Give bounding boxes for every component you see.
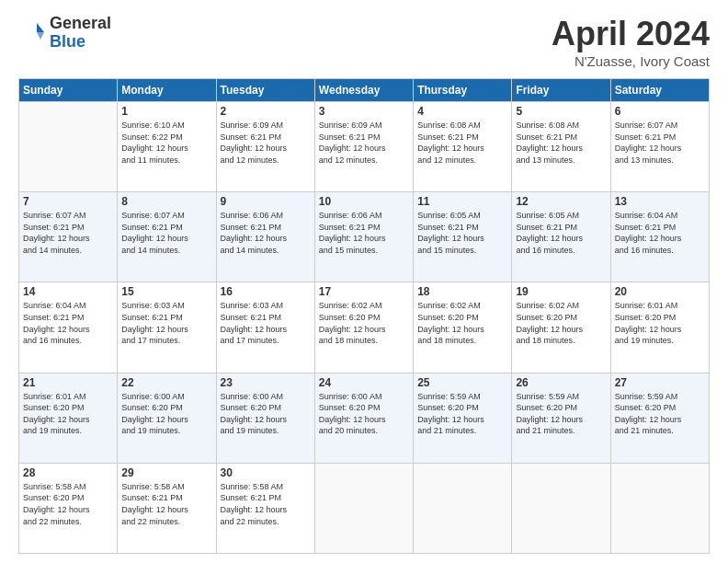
day-number: 8: [121, 195, 211, 208]
header: General Blue April 2024 N'Zuasse, Ivory …: [18, 15, 710, 69]
calendar-cell: [414, 463, 512, 553]
logo-general-text: General: [50, 15, 111, 33]
svg-marker-1: [37, 32, 44, 40]
weekday-header-thursday: Thursday: [414, 79, 512, 102]
day-info: Sunrise: 6:04 AM Sunset: 6:21 PM Dayligh…: [23, 300, 113, 346]
logo: General Blue: [18, 15, 111, 52]
location: N'Zuasse, Ivory Coast: [552, 53, 710, 69]
calendar-table: SundayMondayTuesdayWednesdayThursdayFrid…: [18, 78, 710, 554]
day-info: Sunrise: 5:58 AM Sunset: 6:21 PM Dayligh…: [121, 481, 211, 527]
day-info: Sunrise: 6:05 AM Sunset: 6:21 PM Dayligh…: [417, 210, 507, 256]
calendar-cell: 3Sunrise: 6:09 AM Sunset: 6:21 PM Daylig…: [314, 102, 413, 192]
calendar-cell: 14Sunrise: 6:04 AM Sunset: 6:21 PM Dayli…: [19, 282, 118, 373]
day-info: Sunrise: 6:07 AM Sunset: 6:21 PM Dayligh…: [615, 120, 705, 166]
day-number: 6: [615, 105, 705, 118]
weekday-header-wednesday: Wednesday: [314, 79, 413, 102]
calendar-cell: 13Sunrise: 6:04 AM Sunset: 6:21 PM Dayli…: [610, 192, 709, 282]
day-number: 15: [121, 285, 211, 298]
day-number: 20: [615, 285, 705, 298]
day-number: 27: [615, 376, 705, 389]
day-number: 5: [516, 105, 606, 118]
logo-icon: [18, 19, 46, 47]
calendar-cell: 18Sunrise: 6:02 AM Sunset: 6:20 PM Dayli…: [414, 282, 512, 373]
calendar-week-2: 7Sunrise: 6:07 AM Sunset: 6:21 PM Daylig…: [19, 192, 710, 282]
calendar-cell: 4Sunrise: 6:08 AM Sunset: 6:21 PM Daylig…: [414, 102, 512, 192]
day-number: 13: [615, 195, 705, 208]
calendar-cell: 1Sunrise: 6:10 AM Sunset: 6:22 PM Daylig…: [118, 102, 216, 192]
calendar-cell: 5Sunrise: 6:08 AM Sunset: 6:21 PM Daylig…: [512, 102, 610, 192]
day-info: Sunrise: 6:01 AM Sunset: 6:20 PM Dayligh…: [615, 300, 705, 346]
day-info: Sunrise: 5:59 AM Sunset: 6:20 PM Dayligh…: [417, 391, 507, 437]
calendar-cell: [512, 463, 610, 553]
day-number: 1: [121, 105, 211, 118]
calendar-cell: 17Sunrise: 6:02 AM Sunset: 6:20 PM Dayli…: [314, 282, 413, 373]
day-info: Sunrise: 6:08 AM Sunset: 6:21 PM Dayligh…: [516, 120, 606, 166]
title-block: April 2024 N'Zuasse, Ivory Coast: [552, 15, 710, 69]
day-number: 7: [23, 195, 113, 208]
weekday-header-saturday: Saturday: [610, 79, 709, 102]
calendar-cell: 19Sunrise: 6:02 AM Sunset: 6:20 PM Dayli…: [512, 282, 610, 373]
day-info: Sunrise: 6:00 AM Sunset: 6:20 PM Dayligh…: [319, 391, 409, 437]
day-info: Sunrise: 6:00 AM Sunset: 6:20 PM Dayligh…: [221, 391, 311, 437]
calendar-cell: 11Sunrise: 6:05 AM Sunset: 6:21 PM Dayli…: [414, 192, 512, 282]
calendar-week-1: 1Sunrise: 6:10 AM Sunset: 6:22 PM Daylig…: [19, 102, 710, 192]
weekday-header-sunday: Sunday: [19, 79, 118, 102]
calendar-cell: [314, 463, 413, 553]
calendar-cell: 20Sunrise: 6:01 AM Sunset: 6:20 PM Dayli…: [610, 282, 709, 373]
weekday-header-monday: Monday: [118, 79, 216, 102]
day-number: 12: [516, 195, 606, 208]
calendar-cell: 27Sunrise: 5:59 AM Sunset: 6:20 PM Dayli…: [610, 373, 709, 463]
day-number: 19: [516, 285, 606, 298]
day-info: Sunrise: 6:03 AM Sunset: 6:21 PM Dayligh…: [221, 300, 311, 346]
day-number: 2: [221, 105, 311, 118]
day-info: Sunrise: 6:04 AM Sunset: 6:21 PM Dayligh…: [615, 210, 705, 256]
day-number: 16: [221, 285, 311, 298]
day-info: Sunrise: 6:09 AM Sunset: 6:21 PM Dayligh…: [221, 120, 311, 166]
day-info: Sunrise: 5:59 AM Sunset: 6:20 PM Dayligh…: [615, 391, 705, 437]
day-info: Sunrise: 6:08 AM Sunset: 6:21 PM Dayligh…: [417, 120, 507, 166]
day-info: Sunrise: 5:58 AM Sunset: 6:21 PM Dayligh…: [221, 481, 311, 527]
logo-blue-text: Blue: [50, 33, 111, 52]
calendar-cell: 12Sunrise: 6:05 AM Sunset: 6:21 PM Dayli…: [512, 192, 610, 282]
svg-marker-0: [37, 23, 44, 32]
weekday-header-row: SundayMondayTuesdayWednesdayThursdayFrid…: [19, 79, 710, 102]
day-info: Sunrise: 6:03 AM Sunset: 6:21 PM Dayligh…: [121, 300, 211, 346]
day-number: 28: [23, 466, 113, 479]
calendar-cell: 16Sunrise: 6:03 AM Sunset: 6:21 PM Dayli…: [216, 282, 314, 373]
weekday-header-tuesday: Tuesday: [216, 79, 314, 102]
calendar-cell: [19, 102, 118, 192]
calendar-cell: [610, 463, 709, 553]
day-number: 3: [319, 105, 409, 118]
calendar-cell: 10Sunrise: 6:06 AM Sunset: 6:21 PM Dayli…: [314, 192, 413, 282]
day-info: Sunrise: 6:09 AM Sunset: 6:21 PM Dayligh…: [319, 120, 409, 166]
day-number: 21: [23, 376, 113, 389]
day-info: Sunrise: 6:01 AM Sunset: 6:20 PM Dayligh…: [23, 391, 113, 437]
logo-text: General Blue: [50, 15, 111, 52]
calendar-cell: 24Sunrise: 6:00 AM Sunset: 6:20 PM Dayli…: [314, 373, 413, 463]
day-info: Sunrise: 6:00 AM Sunset: 6:20 PM Dayligh…: [121, 391, 211, 437]
calendar-cell: 9Sunrise: 6:06 AM Sunset: 6:21 PM Daylig…: [216, 192, 314, 282]
day-info: Sunrise: 6:06 AM Sunset: 6:21 PM Dayligh…: [221, 210, 311, 256]
calendar-cell: 6Sunrise: 6:07 AM Sunset: 6:21 PM Daylig…: [610, 102, 709, 192]
day-number: 14: [23, 285, 113, 298]
page: General Blue April 2024 N'Zuasse, Ivory …: [0, 0, 728, 563]
calendar-week-4: 21Sunrise: 6:01 AM Sunset: 6:20 PM Dayli…: [19, 373, 710, 463]
calendar-cell: 8Sunrise: 6:07 AM Sunset: 6:21 PM Daylig…: [118, 192, 216, 282]
day-number: 25: [417, 376, 507, 389]
day-info: Sunrise: 6:07 AM Sunset: 6:21 PM Dayligh…: [23, 210, 113, 256]
calendar-cell: 21Sunrise: 6:01 AM Sunset: 6:20 PM Dayli…: [19, 373, 118, 463]
calendar-cell: 26Sunrise: 5:59 AM Sunset: 6:20 PM Dayli…: [512, 373, 610, 463]
calendar-cell: 22Sunrise: 6:00 AM Sunset: 6:20 PM Dayli…: [118, 373, 216, 463]
weekday-header-friday: Friday: [512, 79, 610, 102]
calendar-cell: 28Sunrise: 5:58 AM Sunset: 6:20 PM Dayli…: [19, 463, 118, 553]
day-info: Sunrise: 5:59 AM Sunset: 6:20 PM Dayligh…: [516, 391, 606, 437]
day-number: 11: [417, 195, 507, 208]
calendar-cell: 23Sunrise: 6:00 AM Sunset: 6:20 PM Dayli…: [216, 373, 314, 463]
calendar-week-3: 14Sunrise: 6:04 AM Sunset: 6:21 PM Dayli…: [19, 282, 710, 373]
calendar-cell: 2Sunrise: 6:09 AM Sunset: 6:21 PM Daylig…: [216, 102, 314, 192]
day-info: Sunrise: 5:58 AM Sunset: 6:20 PM Dayligh…: [23, 481, 113, 527]
day-number: 18: [417, 285, 507, 298]
day-number: 24: [319, 376, 409, 389]
calendar-body: 1Sunrise: 6:10 AM Sunset: 6:22 PM Daylig…: [19, 102, 710, 554]
calendar-cell: 29Sunrise: 5:58 AM Sunset: 6:21 PM Dayli…: [118, 463, 216, 553]
